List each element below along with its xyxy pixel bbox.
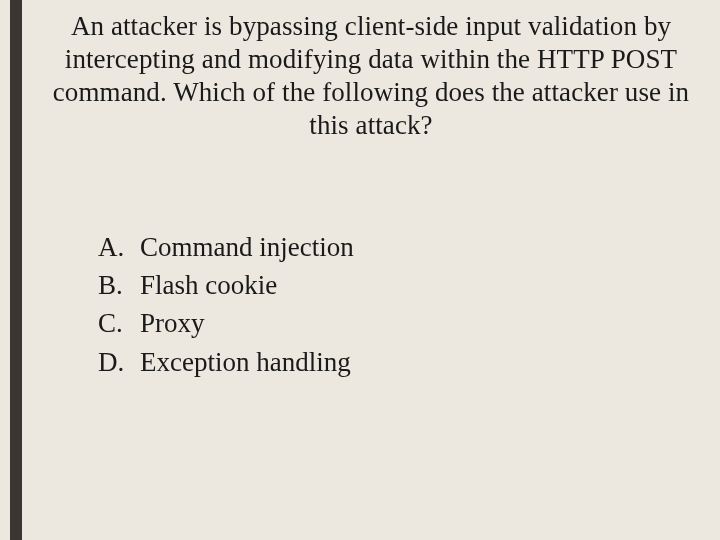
option-text: Proxy: [140, 304, 205, 342]
option-c: C. Proxy: [98, 304, 702, 342]
option-b: B. Flash cookie: [98, 266, 702, 304]
option-label: A.: [98, 228, 140, 266]
option-label: C.: [98, 304, 140, 342]
option-a: A. Command injection: [98, 228, 702, 266]
accent-bar: [10, 0, 22, 540]
options-list: A. Command injection B. Flash cookie C. …: [40, 228, 702, 381]
option-text: Exception handling: [140, 343, 351, 381]
option-d: D. Exception handling: [98, 343, 702, 381]
option-label: D.: [98, 343, 140, 381]
slide-content: An attacker is bypassing client-side inp…: [22, 0, 720, 540]
question-text: An attacker is bypassing client-side inp…: [40, 10, 702, 142]
option-label: B.: [98, 266, 140, 304]
option-text: Flash cookie: [140, 266, 277, 304]
option-text: Command injection: [140, 228, 354, 266]
